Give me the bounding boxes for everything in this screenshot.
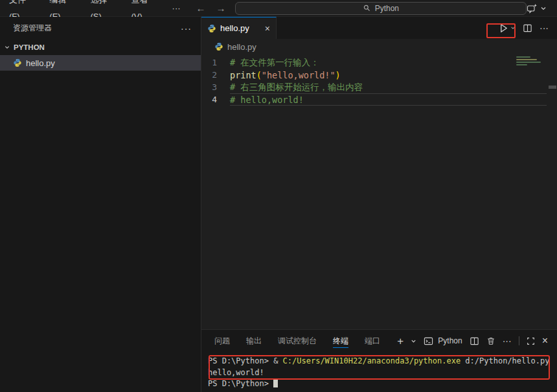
chevron-down-icon[interactable] (540, 5, 547, 12)
feedback-chat-icon[interactable] (527, 3, 538, 14)
panel-header: 问题输出调试控制台终端端口 + (201, 330, 557, 352)
search-icon (363, 4, 371, 12)
panel-actions: + Python (397, 336, 548, 347)
panel-tabs: 问题输出调试控制台终端端口 (214, 330, 396, 352)
panel-tab[interactable]: 问题 (214, 330, 230, 352)
file-name: hello.py (26, 58, 55, 68)
code-text: # 右三角图标开始运行，输出内容 (230, 81, 547, 93)
folder-section-label: PYTHON (14, 43, 45, 51)
panel-tab[interactable]: 终端 (333, 330, 348, 352)
tab-hello-py[interactable]: hello.py × (201, 17, 277, 39)
code-text: # 在文件第一行输入： (230, 56, 547, 69)
maximize-panel-icon[interactable] (527, 337, 535, 345)
terminal-output[interactable]: PS D:\Python> & C:/Users/WIN10H22/anacon… (201, 352, 557, 392)
panel-divider (519, 336, 519, 345)
run-button[interactable] (498, 23, 516, 34)
editor-more-icon[interactable]: ··· (540, 23, 549, 32)
line-number: 2 (201, 70, 230, 80)
new-terminal-icon[interactable]: + (397, 336, 404, 347)
panel-tab[interactable]: 端口 (365, 330, 380, 352)
panel-tab[interactable]: 调试控制台 (278, 330, 317, 352)
file-item[interactable]: hello.py (0, 55, 201, 71)
python-icon (214, 42, 223, 51)
line-number: 3 (201, 82, 230, 92)
explorer-header: 资源管理器 ··· (0, 17, 201, 40)
breadcrumb[interactable]: hello.py (201, 39, 557, 54)
panel-more-icon[interactable]: ··· (503, 336, 512, 345)
run-dropdown-chevron-icon (510, 25, 516, 30)
command-center-search[interactable]: Python (235, 2, 527, 15)
run-icon (498, 23, 509, 34)
code-text: print("hello,world!") (230, 69, 547, 81)
terminal-cursor (273, 378, 278, 387)
launch-profile-chevron-icon[interactable] (411, 338, 416, 344)
line-number: 4 (201, 95, 230, 104)
split-editor-icon[interactable] (523, 23, 532, 33)
explorer-more-icon[interactable]: ··· (181, 23, 192, 34)
menu-item[interactable]: ··· (166, 0, 187, 17)
code-line[interactable]: 2print("hello,world!") (201, 69, 557, 81)
code-editor[interactable]: 1# 在文件第一行输入：2print("hello,world!")3# 右三角… (201, 54, 557, 329)
folder-section-python[interactable]: PYTHON (0, 40, 201, 55)
editor-group: hello.py × (201, 17, 557, 392)
editor-actions: ··· (498, 17, 557, 39)
breadcrumb-file: hello.py (227, 42, 256, 52)
terminal-line: PS D:\Python> (208, 378, 557, 390)
terminal-line: hello,world! (208, 367, 557, 379)
chevron-down-icon (3, 43, 12, 52)
terminal-instance-label[interactable]: Python (438, 336, 462, 345)
terminal-shell-icon[interactable] (424, 336, 433, 346)
line-number: 1 (201, 58, 230, 67)
main-area: 资源管理器 ··· PYTHON hello.py hello.py × (0, 17, 557, 392)
forward-icon[interactable]: → (216, 3, 226, 14)
code-line[interactable]: 3# 右三角图标开始运行，输出内容 (201, 81, 557, 93)
code-line[interactable]: 4# hello,world! (201, 93, 557, 106)
split-terminal-icon[interactable] (470, 336, 479, 346)
explorer-title: 资源管理器 (13, 23, 52, 34)
kill-terminal-trash-icon[interactable] (486, 336, 495, 346)
file-list: hello.py (0, 55, 201, 71)
panel-tab[interactable]: 输出 (246, 330, 262, 352)
python-file-icon (214, 42, 223, 51)
explorer-sidebar: 资源管理器 ··· PYTHON hello.py (0, 17, 201, 392)
code-text: # hello,world! (230, 93, 547, 106)
vscode-window: 文件(F)编辑(E)选择(S)查看(V)··· ← → Python (0, 0, 557, 392)
python-icon (207, 24, 216, 33)
scrollbar-marker (549, 86, 556, 89)
back-icon[interactable]: ← (196, 3, 206, 14)
code-line[interactable]: 1# 在文件第一行输入： (201, 56, 557, 69)
titlebar-right (527, 3, 557, 14)
command-center-text: Python (375, 4, 399, 13)
python-file-icon (207, 24, 216, 33)
tab-strip: hello.py × (201, 17, 557, 39)
close-tab-icon[interactable]: × (265, 23, 270, 34)
terminal-line: PS D:\Python> & C:/Users/WIN10H22/anacon… (208, 356, 557, 367)
tab-label: hello.py (220, 23, 249, 33)
close-panel-icon[interactable]: × (542, 336, 548, 346)
nav-arrows: ← → (196, 3, 226, 14)
python-icon (13, 58, 22, 67)
bottom-panel: 问题输出调试控制台终端端口 + (201, 329, 557, 392)
minimap[interactable] (516, 56, 546, 67)
title-bar: 文件(F)编辑(E)选择(S)查看(V)··· ← → Python (0, 0, 557, 17)
